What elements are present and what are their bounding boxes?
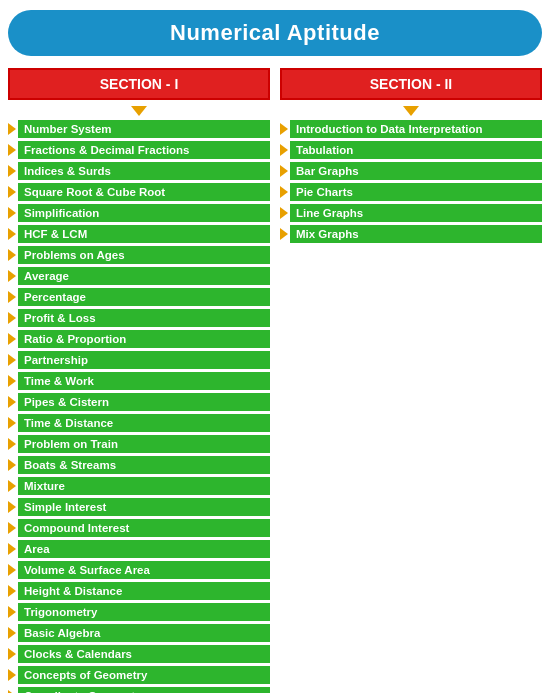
- list-item: Square Root & Cube Root: [8, 183, 270, 201]
- list-item: Concepts of Geometry: [8, 666, 270, 684]
- arrow-right-icon: [8, 417, 16, 429]
- section-1-item-5[interactable]: HCF & LCM: [18, 225, 270, 243]
- section-1-item-16[interactable]: Boats & Streams: [18, 456, 270, 474]
- section-1-item-27[interactable]: Coordinate Geomerty: [18, 687, 270, 693]
- list-item: Pie Charts: [280, 183, 542, 201]
- arrow-right-icon: [8, 480, 16, 492]
- section-1-item-22[interactable]: Height & Distance: [18, 582, 270, 600]
- arrow-right-icon: [8, 501, 16, 513]
- arrow-right-icon: [8, 648, 16, 660]
- arrow-right-icon: [8, 270, 16, 282]
- section-1-item-6[interactable]: Problems on Ages: [18, 246, 270, 264]
- section-1-item-20[interactable]: Area: [18, 540, 270, 558]
- arrow-right-icon: [8, 186, 16, 198]
- section-2: SECTION - II Introduction to Data Interp…: [280, 68, 542, 246]
- section-2-header: SECTION - II: [280, 68, 542, 100]
- list-item: Simplification: [8, 204, 270, 222]
- section-1-arrow-down: [131, 106, 147, 116]
- list-item: Simple Interest: [8, 498, 270, 516]
- list-item: Coordinate Geomerty: [8, 687, 270, 693]
- section-1-item-15[interactable]: Problem on Train: [18, 435, 270, 453]
- arrow-right-icon: [8, 123, 16, 135]
- section-1-item-2[interactable]: Indices & Surds: [18, 162, 270, 180]
- section-1-item-24[interactable]: Basic Algebra: [18, 624, 270, 642]
- arrow-right-icon: [8, 606, 16, 618]
- list-item: Problem on Train: [8, 435, 270, 453]
- section-2-item-2[interactable]: Bar Graphs: [290, 162, 542, 180]
- section-1-item-19[interactable]: Compound Interest: [18, 519, 270, 537]
- list-item: Height & Distance: [8, 582, 270, 600]
- section-1-item-10[interactable]: Ratio & Proportion: [18, 330, 270, 348]
- arrow-right-icon: [8, 585, 16, 597]
- section-1-item-4[interactable]: Simplification: [18, 204, 270, 222]
- list-item: HCF & LCM: [8, 225, 270, 243]
- list-item: Mix Graphs: [280, 225, 542, 243]
- list-item: Basic Algebra: [8, 624, 270, 642]
- arrow-right-icon: [8, 228, 16, 240]
- list-item: Mixture: [8, 477, 270, 495]
- section-1-item-25[interactable]: Clocks & Calendars: [18, 645, 270, 663]
- section-1-item-11[interactable]: Partnership: [18, 351, 270, 369]
- section-2-item-1[interactable]: Tabulation: [290, 141, 542, 159]
- arrow-right-icon: [8, 354, 16, 366]
- arrow-right-icon: [280, 186, 288, 198]
- arrow-right-icon: [280, 165, 288, 177]
- section-2-item-0[interactable]: Introduction to Data Interpretation: [290, 120, 542, 138]
- list-item: Trigonometry: [8, 603, 270, 621]
- section-1-item-23[interactable]: Trigonometry: [18, 603, 270, 621]
- list-item: Number System: [8, 120, 270, 138]
- arrow-right-icon: [280, 144, 288, 156]
- section-2-item-3[interactable]: Pie Charts: [290, 183, 542, 201]
- section-1-item-7[interactable]: Average: [18, 267, 270, 285]
- list-item: Indices & Surds: [8, 162, 270, 180]
- list-item: Boats & Streams: [8, 456, 270, 474]
- arrow-right-icon: [8, 438, 16, 450]
- section-2-items: Introduction to Data InterpretationTabul…: [280, 120, 542, 243]
- arrow-right-icon: [8, 207, 16, 219]
- section-1-item-17[interactable]: Mixture: [18, 477, 270, 495]
- section-2-item-5[interactable]: Mix Graphs: [290, 225, 542, 243]
- section-1-header: SECTION - I: [8, 68, 270, 100]
- arrow-right-icon: [8, 396, 16, 408]
- section-1-item-0[interactable]: Number System: [18, 120, 270, 138]
- section-1-item-26[interactable]: Concepts of Geometry: [18, 666, 270, 684]
- arrow-right-icon: [8, 459, 16, 471]
- section-1-item-14[interactable]: Time & Distance: [18, 414, 270, 432]
- arrow-right-icon: [8, 291, 16, 303]
- section-1-item-12[interactable]: Time & Work: [18, 372, 270, 390]
- arrow-right-icon: [8, 627, 16, 639]
- list-item: Percentage: [8, 288, 270, 306]
- arrow-right-icon: [8, 249, 16, 261]
- list-item: Volume & Surface Area: [8, 561, 270, 579]
- section-1-items: Number SystemFractions & Decimal Fractio…: [8, 120, 270, 693]
- section-2-item-4[interactable]: Line Graphs: [290, 204, 542, 222]
- section-1-item-1[interactable]: Fractions & Decimal Fractions: [18, 141, 270, 159]
- section-2-arrow-down: [403, 106, 419, 116]
- sections-row: SECTION - I Number SystemFractions & Dec…: [8, 68, 542, 693]
- section-1-item-18[interactable]: Simple Interest: [18, 498, 270, 516]
- list-item: Pipes & Cistern: [8, 393, 270, 411]
- arrow-right-icon: [8, 333, 16, 345]
- list-item: Bar Graphs: [280, 162, 542, 180]
- arrow-right-icon: [8, 522, 16, 534]
- arrow-right-icon: [8, 564, 16, 576]
- list-item: Average: [8, 267, 270, 285]
- section-1-item-13[interactable]: Pipes & Cistern: [18, 393, 270, 411]
- section-1-item-9[interactable]: Profit & Loss: [18, 309, 270, 327]
- list-item: Tabulation: [280, 141, 542, 159]
- page-title: Numerical Aptitude: [170, 20, 380, 45]
- page-wrapper: Numerical Aptitude SECTION - I Number Sy…: [0, 0, 550, 693]
- arrow-right-icon: [8, 165, 16, 177]
- list-item: Problems on Ages: [8, 246, 270, 264]
- arrow-right-icon: [8, 144, 16, 156]
- list-item: Compound Interest: [8, 519, 270, 537]
- section-1-item-3[interactable]: Square Root & Cube Root: [18, 183, 270, 201]
- section-1-item-8[interactable]: Percentage: [18, 288, 270, 306]
- list-item: Line Graphs: [280, 204, 542, 222]
- title-bar: Numerical Aptitude: [8, 10, 542, 56]
- list-item: Ratio & Proportion: [8, 330, 270, 348]
- arrow-right-icon: [280, 207, 288, 219]
- list-item: Time & Distance: [8, 414, 270, 432]
- list-item: Time & Work: [8, 372, 270, 390]
- section-1-item-21[interactable]: Volume & Surface Area: [18, 561, 270, 579]
